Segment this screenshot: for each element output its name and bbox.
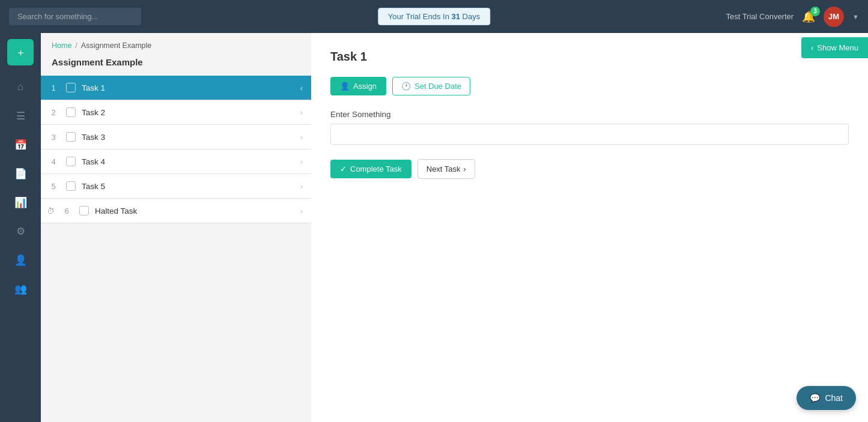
show-menu-label: Show Menu bbox=[817, 43, 858, 52]
complete-task-button[interactable]: ✓ Complete Task bbox=[330, 160, 411, 178]
breadcrumb: Home / Assignment Example bbox=[41, 33, 311, 55]
bell-button[interactable]: 🔔 3 bbox=[802, 10, 815, 23]
task-label-3: Task 3 bbox=[82, 133, 294, 142]
chevron-right-icon: › bbox=[464, 164, 466, 173]
task-action-row: ✓ Complete Task Next Task › bbox=[330, 159, 849, 179]
task-checkbox-6[interactable] bbox=[79, 206, 89, 216]
task-label-5: Task 5 bbox=[82, 182, 294, 191]
breadcrumb-separator: / bbox=[75, 41, 77, 50]
complete-task-label: Complete Task bbox=[350, 164, 402, 173]
account-name: Test Trial Converter bbox=[726, 12, 794, 21]
sidebar-item-document[interactable]: 📄 bbox=[7, 160, 34, 187]
sidebar-item-user[interactable]: 👤 bbox=[7, 247, 34, 273]
sidebar-item-settings[interactable]: ⚙ bbox=[7, 218, 34, 244]
task-item-3[interactable]: 3 Task 3 › bbox=[41, 125, 311, 149]
task-item-2[interactable]: 2 Task 2 › bbox=[41, 100, 311, 125]
task-chevron-1: ‹ bbox=[300, 83, 303, 92]
assign-label: Assign bbox=[353, 82, 377, 91]
set-due-date-button[interactable]: 🕐 Set Due Date bbox=[392, 77, 470, 95]
task-label-2: Task 2 bbox=[82, 108, 294, 117]
task-chevron-3: › bbox=[300, 133, 303, 142]
task-checkbox-2[interactable] bbox=[66, 107, 76, 117]
show-menu-button[interactable]: ‹ Show Menu bbox=[801, 37, 868, 58]
task-checkbox-5[interactable] bbox=[66, 181, 76, 191]
task-chevron-6: › bbox=[300, 206, 303, 216]
task-item-5[interactable]: 5 Task 5 › bbox=[41, 174, 311, 199]
task-num-5: 5 bbox=[47, 182, 60, 191]
home-icon: ⌂ bbox=[17, 81, 23, 93]
task-item-6[interactable]: 6 Halted Task › bbox=[54, 199, 311, 223]
sidebar-icons: ＋ ⌂ ☰ 📅 📄 📊 ⚙ 👤 👥 bbox=[0, 33, 41, 422]
trial-text: Your Trial Ends In bbox=[388, 12, 452, 21]
task-chevron-4: › bbox=[300, 157, 303, 166]
team-icon: 👥 bbox=[14, 283, 27, 295]
avatar-caret-icon: ▼ bbox=[852, 13, 859, 20]
plus-icon: ＋ bbox=[16, 46, 26, 59]
task-label-6: Halted Task bbox=[95, 206, 294, 216]
navbar: Your Trial Ends In 31 Days Test Trial Co… bbox=[0, 0, 868, 33]
task-chevron-5: › bbox=[300, 182, 303, 191]
settings-icon: ⚙ bbox=[16, 225, 25, 238]
calendar-icon: 📅 bbox=[14, 139, 27, 151]
check-icon: ✓ bbox=[340, 164, 347, 173]
sidebar-item-calendar[interactable]: 📅 bbox=[7, 131, 34, 158]
navbar-right: Test Trial Converter 🔔 3 JM ▼ bbox=[726, 7, 859, 27]
chat-icon: 💬 bbox=[810, 393, 820, 403]
content-task-title: Task 1 bbox=[330, 50, 849, 64]
breadcrumb-home[interactable]: Home bbox=[52, 41, 71, 50]
next-task-button[interactable]: Next Task › bbox=[417, 159, 475, 179]
task-chevron-2: › bbox=[300, 108, 303, 117]
field-label: Enter Something bbox=[330, 110, 849, 119]
search-input[interactable] bbox=[9, 8, 141, 25]
assign-button[interactable]: 👤 Assign bbox=[330, 77, 386, 95]
user-assign-icon: 👤 bbox=[340, 82, 350, 91]
trial-days: 31 bbox=[452, 12, 460, 21]
bell-badge: 3 bbox=[810, 7, 820, 16]
task-checkbox-4[interactable] bbox=[66, 157, 76, 166]
sidebar-item-chart[interactable]: 📊 bbox=[7, 189, 34, 216]
task-label-1: Task 1 bbox=[82, 83, 294, 92]
chevron-left-icon: ‹ bbox=[811, 43, 813, 52]
trial-days-suffix: Days bbox=[460, 12, 480, 21]
breadcrumb-current: Assignment Example bbox=[81, 41, 151, 50]
clock-icon: 🕐 bbox=[401, 82, 411, 91]
document-icon: 📄 bbox=[14, 167, 27, 180]
task-item-4[interactable]: 4 Task 4 › bbox=[41, 149, 311, 174]
chart-icon: 📊 bbox=[14, 196, 27, 209]
task-num-6: 6 bbox=[60, 206, 73, 216]
list-icon: ☰ bbox=[16, 110, 25, 122]
chat-label: Chat bbox=[825, 393, 843, 403]
task-checkbox-1[interactable] bbox=[66, 83, 76, 92]
task-num-1: 1 bbox=[47, 83, 60, 92]
set-due-date-label: Set Due Date bbox=[414, 82, 461, 91]
sidebar-item-home[interactable]: ⌂ bbox=[7, 74, 34, 100]
main-layout: ＋ ⌂ ☰ 📅 📄 📊 ⚙ 👤 👥 Home / Assi bbox=[0, 33, 868, 422]
panel-title: Assignment Example bbox=[41, 55, 311, 76]
sidebar-item-list[interactable]: ☰ bbox=[7, 103, 34, 129]
avatar[interactable]: JM bbox=[824, 7, 844, 27]
next-task-label: Next Task bbox=[426, 164, 461, 173]
trial-banner: Your Trial Ends In 31 Days bbox=[378, 8, 490, 25]
user-icon: 👤 bbox=[14, 254, 27, 267]
task-label-4: Task 4 bbox=[82, 157, 294, 166]
right-content: Task 1 👤 Assign 🕐 Set Due Date Enter Som… bbox=[311, 33, 868, 422]
task-num-4: 4 bbox=[47, 157, 60, 166]
halted-icon: ⏱ bbox=[47, 206, 55, 216]
task-item-1[interactable]: 1 Task 1 ‹ bbox=[41, 76, 311, 100]
task-num-2: 2 bbox=[47, 108, 60, 117]
add-button[interactable]: ＋ bbox=[7, 39, 34, 65]
task-list: 1 Task 1 ‹ 2 Task 2 › 3 Task 3 › 4 bbox=[41, 76, 311, 422]
task-checkbox-3[interactable] bbox=[66, 132, 76, 142]
avatar-initials: JM bbox=[828, 12, 839, 21]
enter-something-input[interactable] bbox=[330, 124, 849, 145]
action-buttons: 👤 Assign 🕐 Set Due Date bbox=[330, 77, 849, 95]
left-panel: Home / Assignment Example Assignment Exa… bbox=[41, 33, 311, 422]
sidebar-item-team[interactable]: 👥 bbox=[7, 276, 34, 302]
task-num-3: 3 bbox=[47, 133, 60, 142]
task-item-6-row: ⏱ 6 Halted Task › bbox=[41, 199, 311, 223]
chat-button[interactable]: 💬 Chat bbox=[797, 386, 856, 410]
